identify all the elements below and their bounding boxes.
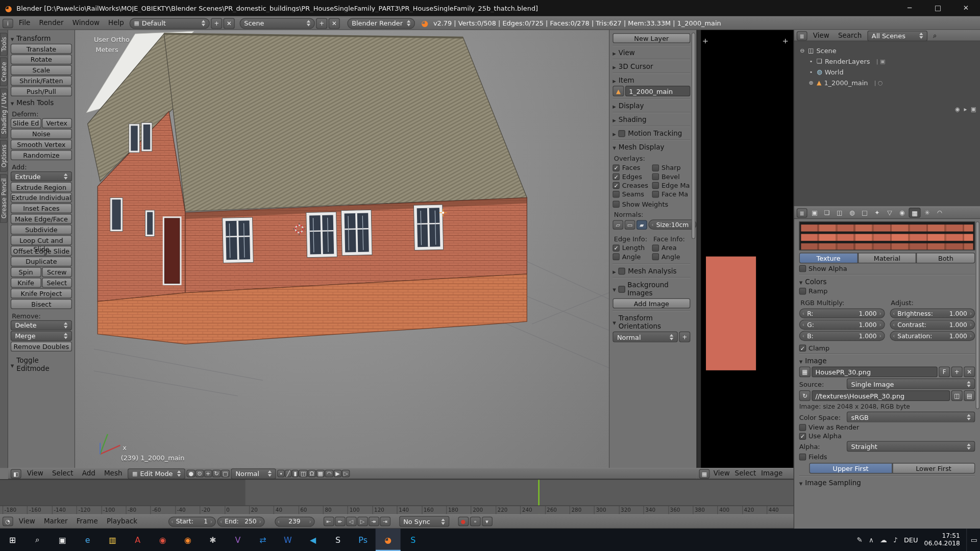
vertex-slide-button[interactable]: Vertex	[42, 118, 72, 129]
image-editor-menu-item[interactable]: View	[711, 469, 732, 478]
add-image-datablock-button[interactable]: +	[951, 366, 963, 377]
properties-tab-object[interactable]: □	[859, 208, 870, 218]
tool-shelf-tab[interactable]: Grease Pencil	[0, 174, 8, 223]
taskbar-icon-teamviewer[interactable]: ⇄	[250, 529, 275, 551]
scene-add-button[interactable]: +	[316, 18, 327, 29]
expander-icon[interactable]: •	[808, 68, 814, 74]
image-editor[interactable]: + +	[697, 30, 794, 468]
mesh-analysis-checkbox[interactable]	[619, 268, 625, 274]
image-editor-menu-item[interactable]: Select	[732, 469, 758, 478]
properties-tab-texture[interactable]: ▦	[909, 208, 920, 218]
region-expand-right-icon[interactable]: +	[782, 36, 789, 45]
loose-normals-toggle[interactable]: ▭	[625, 220, 635, 229]
add-image-button[interactable]: Add Image	[612, 298, 690, 309]
tool-shelf-tab[interactable]: Shading / UVs	[0, 88, 8, 138]
add-tool-button[interactable]: Offset Edge Slide	[11, 246, 72, 256]
edge-info-checkbox[interactable]: Angle	[612, 253, 651, 260]
colors-panel-header[interactable]: Colors	[799, 278, 975, 286]
viewport-manipulator-rotate[interactable]: ↻	[212, 470, 221, 478]
outliner-item-label[interactable]: RenderLayers	[825, 57, 870, 65]
item-name-field[interactable]: 1_2000_main	[625, 86, 691, 96]
language-indicator[interactable]: DEU	[904, 536, 918, 544]
viewport-edge-select-mode[interactable]: ╱	[285, 470, 292, 478]
timeline-menu-item[interactable]: Marker	[39, 517, 72, 525]
transform-orientations-panel-header[interactable]: Transform Orientations	[612, 314, 690, 331]
item-panel-header[interactable]: Item	[612, 77, 690, 85]
show-weights-checkbox[interactable]: Show Weights	[612, 200, 690, 208]
viewport-vertex-select-mode[interactable]: ∙	[278, 470, 285, 478]
outliner-row[interactable]: ⊖ ◫ Scene	[794, 45, 980, 56]
add-tool-button[interactable]: Duplicate	[11, 257, 72, 267]
viewport-proportional-edit[interactable]: ◠	[325, 470, 334, 478]
expander-icon[interactable]: ⊖	[799, 47, 805, 54]
taskbar-icon-edge[interactable]: e	[75, 529, 100, 551]
delete-dropdown[interactable]: Delete	[11, 320, 72, 331]
transform-panel-header[interactable]: Transform	[11, 34, 72, 42]
sync-mode-dropdown[interactable]: No Sync	[399, 516, 449, 527]
overlay-checkbox[interactable]: ✓Faces	[612, 164, 651, 171]
show-alpha-checkbox[interactable]: Show Alpha	[799, 265, 975, 272]
merge-dropdown[interactable]: Merge	[11, 331, 72, 341]
timeline-menu-item[interactable]: Frame	[72, 517, 102, 525]
transform-tool-button[interactable]: Scale	[11, 65, 72, 76]
taskbar-icon-task-view[interactable]: ▣	[50, 529, 75, 551]
alpha-mode-dropdown[interactable]: Straight	[847, 441, 975, 452]
rgb-multiply-slider[interactable]: G:1.000	[799, 320, 885, 330]
editor-type-timeline-icon[interactable]: ◔	[3, 517, 13, 526]
view-as-render-checkbox[interactable]: View as Render	[799, 423, 975, 431]
add-orientation-button[interactable]: +	[679, 332, 690, 342]
layout-close-button[interactable]: ✕	[224, 18, 235, 29]
new-layer-button[interactable]: New Layer	[612, 33, 690, 43]
clock[interactable]: 17:51 06.04.2018	[924, 532, 960, 548]
timeline-menu-item[interactable]: Playback	[102, 517, 141, 525]
viewport-opengl-anim[interactable]: ▷	[342, 470, 350, 478]
minimize-button[interactable]: ─	[896, 0, 924, 16]
timeline-ruler[interactable]: -180 -160 -140 -120 -100 -80 -60 -40 -20…	[0, 506, 794, 514]
unlink-image-button[interactable]: ✕	[964, 366, 975, 377]
timeline-auto-keyframe[interactable]: ▾	[482, 517, 493, 526]
adjust-slider[interactable]: Contrast:1.000	[890, 320, 975, 330]
orientation-selector[interactable]: Normal	[231, 468, 276, 479]
mesh-tools-panel-header[interactable]: Mesh Tools	[11, 99, 72, 107]
transform-tool-button[interactable]: Translate	[11, 44, 72, 54]
tool-shelf-tab[interactable]: Options	[0, 140, 8, 172]
outliner-menu-item[interactable]: Search	[834, 31, 866, 39]
upper-first-button[interactable]: Upper First	[809, 463, 892, 473]
taskbar-icon-file-explorer[interactable]: ▥	[100, 529, 125, 551]
outliner-hide-toggle[interactable]: ◉	[955, 106, 960, 112]
overlay-checkbox[interactable]: ✓Edges	[612, 172, 651, 180]
timeline-jump-to-end[interactable]: ⇥	[380, 517, 390, 526]
overlay-checkbox[interactable]: Sharp	[652, 164, 691, 171]
editor-type-3d-icon[interactable]: ◧	[11, 469, 21, 478]
edge-info-checkbox[interactable]: ✓Length	[612, 244, 651, 252]
taskbar-icon-slack[interactable]: S	[326, 529, 351, 551]
deform-tool-button[interactable]: Randomize	[11, 150, 72, 160]
outliner-row[interactable]: • ◍ World	[794, 66, 980, 77]
knife-select-button[interactable]: Select	[42, 278, 72, 288]
taskbar-icon-visual-studio[interactable]: V	[225, 529, 250, 551]
info-menu-item[interactable]: Window	[68, 19, 104, 27]
mesh-display-panel-header[interactable]: Mesh Display	[612, 143, 690, 152]
preview-both-tab[interactable]: Both	[916, 253, 975, 263]
outliner-row[interactable]: • ❏ RenderLayers | ▣	[794, 56, 980, 66]
close-button[interactable]: ✕	[952, 0, 980, 16]
face-info-checkbox[interactable]: Area	[652, 244, 691, 252]
tray-icon-volume[interactable]: ♪	[893, 536, 898, 544]
deform-tool-button[interactable]: Smooth Vertex	[11, 139, 72, 149]
viewport-3d[interactable]: User Ortho Meters x (239) 1_2000_main	[75, 30, 609, 468]
region-expand-left-icon[interactable]: +	[702, 36, 708, 45]
timeline[interactable]: -180 -160 -140 -120 -100 -80 -60 -40 -20…	[0, 479, 794, 514]
properties-tab-object-data[interactable]: ▽	[884, 208, 895, 218]
image-sampling-panel-header[interactable]: Image Sampling	[799, 479, 975, 487]
transform-tool-button[interactable]: Push/Pull	[11, 86, 72, 96]
toggle-editmode-panel-header[interactable]: Toggle Editmode	[11, 357, 72, 373]
timeline-play[interactable]: ▷	[357, 517, 368, 526]
taskbar-icon-word[interactable]: W	[275, 529, 300, 551]
properties-tab-particles[interactable]: ✳	[921, 208, 933, 218]
viewport-opengl-render[interactable]: ▶	[334, 470, 342, 478]
overlay-checkbox[interactable]: ✓Creases	[612, 182, 651, 189]
image-name-field[interactable]: HousePR_30.png	[812, 366, 937, 377]
n-panel-scrollbar[interactable]	[692, 33, 695, 239]
image-datablock-icon[interactable]: ▦	[799, 366, 811, 377]
tool-shelf-tab[interactable]: Tools	[0, 33, 8, 56]
